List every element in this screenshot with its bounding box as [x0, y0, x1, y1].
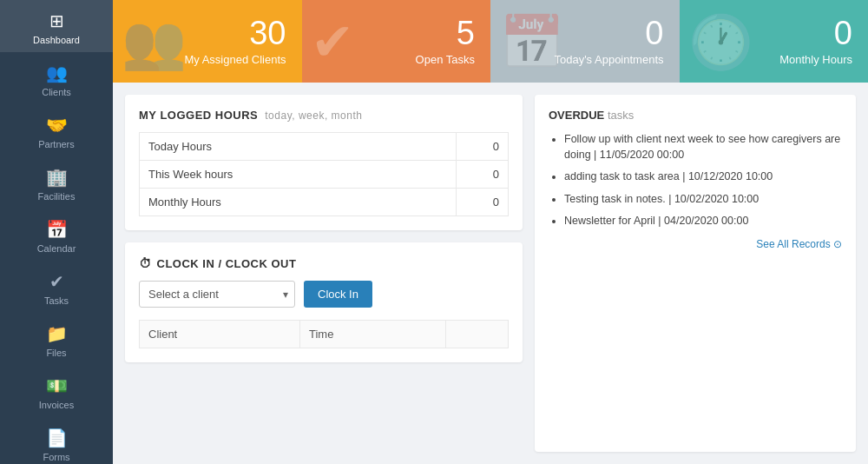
stat-card-open-tasks[interactable]: ✔ 5 Open Tasks: [302, 0, 491, 83]
stat-content: 0 Today's Appointments: [554, 17, 663, 66]
hours-row-label: This Week hours: [140, 161, 457, 189]
sidebar-item-facilities[interactable]: 🏢 Facilities: [0, 156, 113, 209]
logged-hours-card: MY LOGGED HOURS today, week, month Today…: [125, 95, 523, 230]
logged-hours-subtitle: today, week, month: [265, 109, 362, 122]
overdue-subtitle: tasks: [608, 109, 634, 122]
sidebar-item-label: Files: [46, 348, 66, 358]
overdue-list-item: Testing task in notes. | 10/02/2020 10:0…: [564, 192, 842, 208]
partners-icon: 🤝: [46, 115, 68, 136]
sidebar-item-label: Clients: [42, 87, 71, 97]
client-select-wrapper[interactable]: Select a client: [139, 281, 295, 308]
open-tasks-bg-icon: ✔: [311, 11, 354, 72]
hours-table-row: This Week hours0: [140, 161, 509, 189]
left-panel: MY LOGGED HOURS today, week, month Today…: [125, 95, 523, 452]
stat-content: 5 Open Tasks: [416, 17, 475, 66]
hours-row-value: 0: [457, 161, 509, 189]
sidebar-item-label: Invoices: [39, 400, 74, 410]
clock-table-action-header: [446, 321, 509, 348]
tasks-icon: ✔: [49, 271, 64, 292]
logged-hours-title-text: MY LOGGED HOURS: [139, 109, 258, 122]
clock-in-button[interactable]: Clock In: [304, 281, 372, 308]
assigned-clients-label: My Assigned Clients: [184, 53, 286, 66]
stat-card-assigned-clients[interactable]: 👥 30 My Assigned Clients: [113, 0, 302, 83]
clock-title: ⏱ CLOCK IN / CLOCK OUT: [139, 256, 509, 270]
monthly-hours-label: Monthly Hours: [779, 53, 852, 66]
calendar-icon: 📅: [46, 219, 68, 240]
clock-in-out-card: ⏱ CLOCK IN / CLOCK OUT Select a client C…: [125, 242, 523, 362]
sidebar-item-calendar[interactable]: 📅 Calendar: [0, 209, 113, 261]
facilities-icon: 🏢: [46, 167, 68, 188]
sidebar-item-label: Forms: [43, 452, 69, 462]
hours-row-label: Today Hours: [140, 133, 457, 161]
appointments-bg-icon: 📅: [499, 10, 564, 72]
overdue-list-item: adding task to task area | 10/12/2020 10…: [564, 169, 842, 185]
stat-content: 0 Monthly Hours: [779, 17, 852, 66]
sidebar-item-label: Dashboard: [33, 35, 80, 45]
stat-card-monthly-hours[interactable]: 🕐 0 Monthly Hours: [680, 0, 869, 83]
clock-icon: ⏱: [139, 256, 152, 270]
logged-hours-title: MY LOGGED HOURS today, week, month: [139, 109, 509, 122]
hours-table-row: Monthly Hours0: [140, 189, 509, 216]
stat-cards: 👥 30 My Assigned Clients ✔ 5 Open Tasks …: [113, 0, 868, 83]
hours-row-value: 0: [457, 189, 509, 216]
overdue-title-text: OVERDUE: [549, 109, 604, 122]
hours-row-label: Monthly Hours: [140, 189, 457, 216]
sidebar-item-label: Facilities: [38, 191, 76, 202]
sidebar-item-tasks[interactable]: ✔ Tasks: [0, 261, 113, 313]
clients-icon: 👥: [46, 63, 68, 83]
overdue-title: OVERDUE tasks: [549, 109, 842, 122]
clock-table: Client Time: [139, 320, 509, 348]
hours-table: Today Hours0This Week hours0Monthly Hour…: [139, 132, 509, 216]
sidebar-item-partners[interactable]: 🤝 Partners: [0, 104, 113, 156]
sidebar-item-label: Tasks: [44, 295, 69, 306]
clock-table-client-header: Client: [140, 321, 300, 348]
dashboard-icon: ⊞: [49, 10, 64, 31]
right-panel: OVERDUE tasks Follow up with client next…: [535, 95, 856, 452]
open-tasks-label: Open Tasks: [416, 53, 475, 66]
overdue-list-item: Newsletter for April | 04/20/2020 00:00: [564, 214, 842, 229]
overdue-card: OVERDUE tasks Follow up with client next…: [535, 95, 856, 452]
clock-table-time-header: Time: [299, 321, 445, 348]
files-icon: 📁: [46, 323, 68, 344]
hours-table-row: Today Hours0: [140, 133, 509, 161]
invoices-icon: 💵: [46, 375, 68, 396]
open-tasks-number: 5: [416, 17, 475, 50]
monthly-hours-bg-icon: 🕐: [688, 10, 753, 72]
overdue-list-item: Follow up with client next week to see h…: [564, 132, 842, 162]
appointments-label: Today's Appointments: [554, 53, 663, 66]
sidebar-item-label: Partners: [38, 139, 75, 149]
stat-content: 30 My Assigned Clients: [184, 17, 286, 66]
appointments-number: 0: [554, 17, 663, 50]
sidebar-item-dashboard[interactable]: ⊞ Dashboard: [0, 0, 113, 52]
sidebar: ⊞ Dashboard 👥 Clients 🤝 Partners 🏢 Facil…: [0, 0, 113, 464]
assigned-clients-bg-icon: 👥: [122, 10, 187, 72]
stat-card-appointments[interactable]: 📅 0 Today's Appointments: [490, 0, 680, 83]
sidebar-item-label: Calendar: [37, 243, 76, 254]
sidebar-item-forms[interactable]: 📄 Forms: [0, 417, 113, 464]
overdue-list: Follow up with client next week to see h…: [549, 132, 842, 229]
clock-controls: Select a client Clock In: [139, 281, 509, 308]
main-content: 👥 30 My Assigned Clients ✔ 5 Open Tasks …: [113, 0, 868, 464]
clock-title-text: CLOCK IN / CLOCK OUT: [157, 257, 297, 270]
see-all-records-link[interactable]: See All Records ⊙: [549, 238, 842, 250]
hours-row-value: 0: [457, 133, 509, 161]
forms-icon: 📄: [46, 428, 68, 448]
dashboard-body: MY LOGGED HOURS today, week, month Today…: [113, 83, 868, 464]
sidebar-item-clients[interactable]: 👥 Clients: [0, 52, 113, 104]
sidebar-item-invoices[interactable]: 💵 Invoices: [0, 365, 113, 417]
monthly-hours-number: 0: [779, 17, 852, 50]
client-select[interactable]: Select a client: [139, 281, 295, 308]
sidebar-item-files[interactable]: 📁 Files: [0, 313, 113, 365]
assigned-clients-number: 30: [184, 17, 286, 50]
